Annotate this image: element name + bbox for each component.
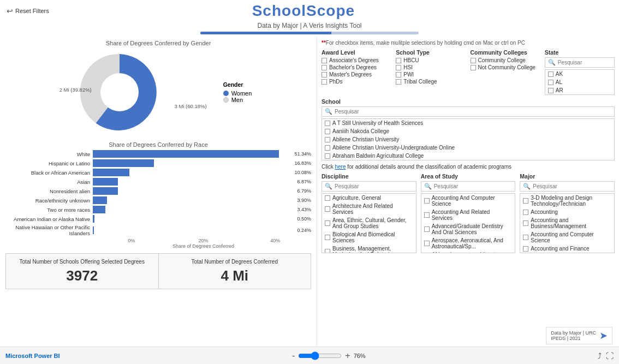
cb-hsi[interactable] [396,65,401,70]
area-5[interactable]: African Languages, Literatures, And Ling… [421,250,515,253]
major-2[interactable]: Accounting [520,208,614,216]
powerbi-link[interactable]: Microsoft Power BI [5,353,60,359]
disc-5[interactable]: Business, Management, Marketing, And Rel… [322,244,416,253]
school-search-input[interactable] [335,109,611,115]
major-3[interactable]: Accounting and Business/Management [520,216,614,230]
disc-3[interactable]: Area, Ethnic, Cultural, Gender, And Grou… [322,216,416,230]
pie-chart-container: 2 Mi (39.82%) 3 Mi (60.18%) Gender Women [5,49,311,136]
area-search-input[interactable] [434,183,513,189]
bar-label: Two or more races [5,207,93,213]
cb-cc-no[interactable] [471,65,476,70]
school-item-2[interactable]: Aaniiih Nakoda College [322,127,614,135]
pwi-label: PWI [403,71,414,77]
cb-tribal[interactable] [396,79,401,85]
state-search-input[interactable] [558,59,611,65]
major-1[interactable]: 3-D Modeling and Design Technology/Techn… [520,194,614,208]
school-item-4[interactable]: Abilene Christian University-Undergradua… [322,144,614,152]
cb-major-3[interactable] [523,220,528,226]
cb-disc-3[interactable] [325,220,330,226]
school-item-5[interactable]: Abraham Baldwin Agricultural College [322,152,614,160]
major-list[interactable]: 3-D Modeling and Design Technology/Techn… [520,193,615,253]
major-5[interactable]: Accounting and Finance [520,244,614,253]
svg-point-0 [100,73,139,111]
type-hbcu[interactable]: HBCU [396,57,466,63]
discipline-search[interactable]: 🔍 [322,181,416,192]
award-phds[interactable]: PhDs [322,79,391,85]
area-3[interactable]: Advanced/Graduate Dentistry And Oral Sci… [421,222,515,236]
cb-ar[interactable] [548,88,553,93]
major-search[interactable]: 🔍 [520,181,615,192]
major-4[interactable]: Accounting and Computer Science [520,230,614,244]
major-search-input[interactable] [533,183,611,189]
cb-phds[interactable] [322,79,327,85]
area-2[interactable]: Accounting And Related Services [421,208,515,222]
award-bachelors[interactable]: Bachelor's Degrees [322,64,391,70]
state-al[interactable]: AL [545,78,614,86]
cc-yes[interactable]: Community College [471,57,540,63]
click-here-prefix: Click [322,164,335,170]
fullscreen-icon[interactable]: ⛶ [606,351,614,360]
click-here-link[interactable]: here [335,164,346,170]
cb-associates[interactable] [322,58,327,63]
cb-bachelors[interactable] [322,65,327,70]
area-1[interactable]: Accounting And Computer Science [421,194,515,208]
cb-al[interactable] [548,80,553,85]
type-hsi[interactable]: HSI [396,64,466,70]
cb-disc-2[interactable] [325,206,330,212]
cb-area-1[interactable] [424,198,430,204]
award-masters[interactable]: Master's Degrees [322,71,391,77]
state-ak[interactable]: AK [545,70,614,78]
type-tribal[interactable]: Tribal College [396,79,466,85]
cb-hbcu[interactable] [396,58,401,63]
school-search-box[interactable]: 🔍 [322,106,615,117]
cb-school-4[interactable] [325,145,330,151]
bar-row: Two or more races3.43% [5,206,311,213]
school-list[interactable]: A T Still University of Health Sciences … [322,118,615,160]
cb-area-3[interactable] [424,226,430,232]
area-search[interactable]: 🔍 [421,181,516,192]
zoom-slider[interactable] [298,351,342,360]
discipline-list[interactable]: Agriculture, General Architecture And Re… [322,193,416,253]
area-list[interactable]: Accounting And Computer Science Accounti… [421,193,516,253]
share-icon[interactable]: ⤴ [598,351,602,360]
bar-fill [93,215,94,223]
cb-pwi[interactable] [396,72,401,77]
cb-masters[interactable] [322,72,327,77]
state-ar[interactable]: AR [545,86,614,94]
cb-major-2[interactable] [523,210,528,215]
cb-disc-5[interactable] [325,249,330,253]
stat-degrees-label: Total Number of Degrees Conferred [163,258,307,265]
disc-1[interactable]: Agriculture, General [322,194,416,202]
cb-major-1[interactable] [523,198,528,204]
cb-school-2[interactable] [325,129,330,134]
area-4[interactable]: Aerospace, Aeronautical, And Astronautic… [421,236,515,250]
cb-cc-yes[interactable] [471,58,476,63]
cb-school-3[interactable] [325,137,330,142]
cb-disc-4[interactable] [325,235,330,240]
major-search-icon: 🔍 [523,183,531,190]
zoom-minus-button[interactable]: - [292,351,295,361]
major-6[interactable]: Accounting and Related Services, Other [520,253,614,253]
award-associates[interactable]: Associate's Degrees [322,57,391,63]
cc-no[interactable]: Not Community College [471,64,540,70]
discipline-search-input[interactable] [335,183,413,189]
cb-disc-1[interactable] [325,195,330,201]
type-pwi[interactable]: PWI [396,71,466,77]
disc-4[interactable]: Biological And Biomedical Sciences [322,230,416,244]
cb-school-1[interactable] [325,121,330,126]
school-item-1[interactable]: A T Still University of Health Sciences [322,119,614,127]
cb-school-5[interactable] [325,153,330,159]
state-list[interactable]: AK AL AR [545,69,615,95]
cb-area-2[interactable] [424,212,430,218]
zoom-plus-button[interactable]: + [345,351,350,361]
reset-filters-button[interactable]: ↩ Reset Filters [7,7,49,15]
bar-pct: 51.34% [294,151,311,157]
state-search-box[interactable]: 🔍 [545,57,615,68]
cb-area-4[interactable] [424,241,430,246]
cb-ak[interactable] [548,71,553,77]
school-type-title: School Type [396,49,466,56]
cb-major-4[interactable] [523,235,528,240]
school-item-3[interactable]: Abilene Christian University [322,135,614,144]
cb-major-5[interactable] [523,246,528,252]
disc-2[interactable]: Architecture And Related Services [322,202,416,216]
